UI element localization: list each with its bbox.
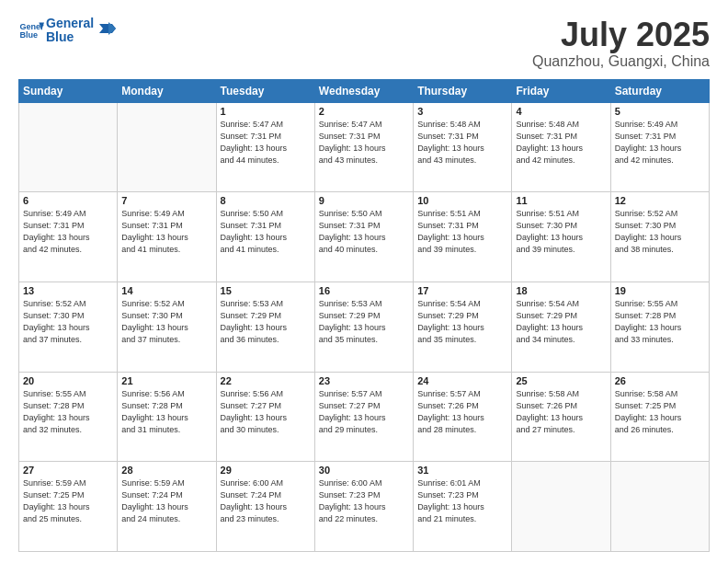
day-number: 31 [417, 465, 507, 476]
day-info: Sunrise: 6:01 AM Sunset: 7:23 PM Dayligh… [417, 477, 507, 525]
day-info: Sunrise: 5:57 AM Sunset: 7:26 PM Dayligh… [417, 388, 507, 436]
day-info: Sunrise: 5:56 AM Sunset: 7:27 PM Dayligh… [221, 388, 311, 436]
calendar-cell: 23Sunrise: 5:57 AM Sunset: 7:27 PM Dayli… [314, 372, 413, 462]
calendar-cell: 27Sunrise: 5:59 AM Sunset: 7:25 PM Dayli… [19, 462, 118, 552]
day-number: 4 [516, 106, 606, 117]
day-info: Sunrise: 5:56 AM Sunset: 7:28 PM Dayligh… [121, 388, 211, 436]
calendar-cell: 29Sunrise: 6:00 AM Sunset: 7:24 PM Dayli… [216, 462, 314, 552]
day-number: 30 [319, 465, 409, 476]
day-number: 19 [615, 285, 705, 296]
calendar-cell: 13Sunrise: 5:52 AM Sunset: 7:30 PM Dayli… [19, 282, 118, 372]
calendar-cell: 8Sunrise: 5:50 AM Sunset: 7:31 PM Daylig… [216, 192, 314, 282]
calendar-cell: 11Sunrise: 5:51 AM Sunset: 7:30 PM Dayli… [512, 192, 610, 282]
day-number: 2 [319, 106, 409, 117]
day-info: Sunrise: 5:50 AM Sunset: 7:31 PM Dayligh… [319, 208, 409, 256]
day-info: Sunrise: 5:54 AM Sunset: 7:29 PM Dayligh… [516, 298, 606, 346]
day-number: 13 [23, 285, 113, 296]
day-info: Sunrise: 5:48 AM Sunset: 7:31 PM Dayligh… [516, 119, 606, 167]
calendar-cell: 26Sunrise: 5:58 AM Sunset: 7:25 PM Dayli… [610, 372, 709, 462]
calendar-cell: 24Sunrise: 5:57 AM Sunset: 7:26 PM Dayli… [414, 372, 512, 462]
calendar-cell [610, 462, 709, 552]
weekday-header-saturday: Saturday [610, 79, 709, 102]
calendar-cell: 19Sunrise: 5:55 AM Sunset: 7:28 PM Dayli… [610, 282, 709, 372]
day-info: Sunrise: 5:48 AM Sunset: 7:31 PM Dayligh… [417, 119, 507, 167]
weekday-header-wednesday: Wednesday [314, 79, 413, 102]
calendar-cell [118, 102, 216, 192]
title-block: July 2025 Quanzhou, Guangxi, China [532, 17, 710, 70]
weekday-header-tuesday: Tuesday [216, 79, 314, 102]
weekday-header-monday: Monday [118, 79, 216, 102]
day-number: 27 [23, 465, 113, 476]
day-number: 3 [417, 106, 507, 117]
day-number: 7 [121, 195, 211, 206]
week-row-3: 13Sunrise: 5:52 AM Sunset: 7:30 PM Dayli… [19, 282, 710, 372]
weekday-header-sunday: Sunday [19, 79, 118, 102]
svg-text:Blue: Blue [19, 31, 38, 40]
day-info: Sunrise: 5:49 AM Sunset: 7:31 PM Dayligh… [121, 208, 211, 256]
day-info: Sunrise: 5:51 AM Sunset: 7:31 PM Dayligh… [417, 208, 507, 256]
week-row-2: 6Sunrise: 5:49 AM Sunset: 7:31 PM Daylig… [19, 192, 710, 282]
day-info: Sunrise: 5:52 AM Sunset: 7:30 PM Dayligh… [23, 298, 113, 346]
day-number: 15 [221, 285, 311, 296]
calendar-cell: 18Sunrise: 5:54 AM Sunset: 7:29 PM Dayli… [512, 282, 610, 372]
location-subtitle: Quanzhou, Guangxi, China [532, 53, 710, 70]
logo-general: General [46, 17, 94, 30]
day-number: 23 [319, 375, 409, 386]
day-number: 1 [221, 106, 311, 117]
calendar-cell: 25Sunrise: 5:58 AM Sunset: 7:26 PM Dayli… [512, 372, 610, 462]
month-title: July 2025 [532, 17, 710, 53]
day-number: 26 [615, 375, 705, 386]
day-info: Sunrise: 5:47 AM Sunset: 7:31 PM Dayligh… [221, 119, 311, 167]
day-info: Sunrise: 5:57 AM Sunset: 7:27 PM Dayligh… [319, 388, 409, 436]
calendar-cell: 17Sunrise: 5:54 AM Sunset: 7:29 PM Dayli… [414, 282, 512, 372]
calendar-cell [19, 102, 118, 192]
day-number: 11 [516, 195, 606, 206]
week-row-1: 1Sunrise: 5:47 AM Sunset: 7:31 PM Daylig… [19, 102, 710, 192]
calendar-table: SundayMondayTuesdayWednesdayThursdayFrid… [18, 79, 710, 552]
day-info: Sunrise: 6:00 AM Sunset: 7:24 PM Dayligh… [221, 477, 311, 525]
weekday-header-thursday: Thursday [414, 79, 512, 102]
calendar-cell: 14Sunrise: 5:52 AM Sunset: 7:30 PM Dayli… [118, 282, 216, 372]
calendar-cell: 3Sunrise: 5:48 AM Sunset: 7:31 PM Daylig… [414, 102, 512, 192]
calendar-cell: 4Sunrise: 5:48 AM Sunset: 7:31 PM Daylig… [512, 102, 610, 192]
day-info: Sunrise: 5:52 AM Sunset: 7:30 PM Dayligh… [121, 298, 211, 346]
weekday-header-row: SundayMondayTuesdayWednesdayThursdayFrid… [19, 79, 710, 102]
day-number: 12 [615, 195, 705, 206]
day-info: Sunrise: 5:50 AM Sunset: 7:31 PM Dayligh… [221, 208, 311, 256]
day-number: 5 [615, 106, 705, 117]
calendar-cell: 16Sunrise: 5:53 AM Sunset: 7:29 PM Dayli… [314, 282, 413, 372]
logo-arrow-icon [96, 18, 116, 39]
day-info: Sunrise: 5:55 AM Sunset: 7:28 PM Dayligh… [23, 388, 113, 436]
calendar-cell: 6Sunrise: 5:49 AM Sunset: 7:31 PM Daylig… [19, 192, 118, 282]
logo: General Blue General Blue [18, 17, 116, 45]
page: General Blue General Blue July 2025 Quan… [0, 0, 728, 563]
header: General Blue General Blue July 2025 Quan… [18, 17, 710, 70]
calendar-cell: 1Sunrise: 5:47 AM Sunset: 7:31 PM Daylig… [216, 102, 314, 192]
calendar-cell: 2Sunrise: 5:47 AM Sunset: 7:31 PM Daylig… [314, 102, 413, 192]
week-row-4: 20Sunrise: 5:55 AM Sunset: 7:28 PM Dayli… [19, 372, 710, 462]
logo-icon: General Blue [18, 17, 44, 43]
day-number: 10 [417, 195, 507, 206]
calendar-cell: 28Sunrise: 5:59 AM Sunset: 7:24 PM Dayli… [118, 462, 216, 552]
day-number: 20 [23, 375, 113, 386]
day-number: 8 [221, 195, 311, 206]
day-info: Sunrise: 5:59 AM Sunset: 7:25 PM Dayligh… [23, 477, 113, 525]
calendar-cell: 7Sunrise: 5:49 AM Sunset: 7:31 PM Daylig… [118, 192, 216, 282]
day-number: 9 [319, 195, 409, 206]
day-number: 16 [319, 285, 409, 296]
weekday-header-friday: Friday [512, 79, 610, 102]
day-number: 14 [121, 285, 211, 296]
day-number: 28 [121, 465, 211, 476]
week-row-5: 27Sunrise: 5:59 AM Sunset: 7:25 PM Dayli… [19, 462, 710, 552]
day-info: Sunrise: 5:58 AM Sunset: 7:26 PM Dayligh… [516, 388, 606, 436]
day-info: Sunrise: 5:47 AM Sunset: 7:31 PM Dayligh… [319, 119, 409, 167]
calendar-cell: 22Sunrise: 5:56 AM Sunset: 7:27 PM Dayli… [216, 372, 314, 462]
calendar-cell: 10Sunrise: 5:51 AM Sunset: 7:31 PM Dayli… [414, 192, 512, 282]
calendar-cell: 5Sunrise: 5:49 AM Sunset: 7:31 PM Daylig… [610, 102, 709, 192]
day-info: Sunrise: 5:58 AM Sunset: 7:25 PM Dayligh… [615, 388, 705, 436]
calendar-cell: 20Sunrise: 5:55 AM Sunset: 7:28 PM Dayli… [19, 372, 118, 462]
day-info: Sunrise: 5:53 AM Sunset: 7:29 PM Dayligh… [221, 298, 311, 346]
day-number: 22 [221, 375, 311, 386]
day-info: Sunrise: 6:00 AM Sunset: 7:23 PM Dayligh… [319, 477, 409, 525]
day-number: 18 [516, 285, 606, 296]
